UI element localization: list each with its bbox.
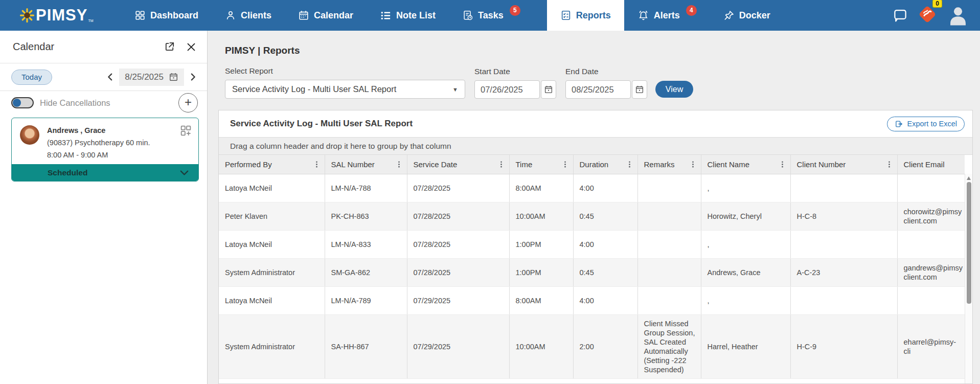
- column-label: Performed By: [225, 160, 272, 169]
- table-row[interactable]: Latoya McNeilLM-N/A-78907/29/20258:00AM4…: [219, 286, 965, 314]
- column-menu-icon[interactable]: [885, 161, 893, 168]
- column-header-remarks[interactable]: Remarks: [637, 155, 701, 174]
- appointment-service: (90837) Psychotherapy 60 min.: [47, 139, 150, 147]
- export-to-excel-button[interactable]: Export to Excel: [887, 117, 965, 131]
- table-row[interactable]: System AdministratorSA-HH-86707/29/20251…: [219, 314, 965, 378]
- cell-sal_number: LM-N/A-789: [325, 286, 407, 314]
- copy-appointment-button[interactable]: [179, 124, 192, 137]
- logo-tm: TM: [88, 19, 93, 22]
- cell-performed_by: System Administrator: [219, 258, 325, 286]
- close-sidebar-button[interactable]: [186, 41, 197, 53]
- nav-reports[interactable]: Reports: [547, 0, 624, 31]
- appointment-status-bar[interactable]: Scheduled: [12, 164, 198, 181]
- group-by-dropzone[interactable]: Drag a column header and drop it here to…: [219, 137, 972, 155]
- sidebar-header: Calendar: [0, 31, 207, 63]
- column-menu-icon[interactable]: [626, 161, 633, 168]
- cell-sal_number: SM-GA-862: [325, 258, 407, 286]
- cell-service_date: 07/28/2025: [407, 174, 509, 202]
- start-date-input[interactable]: [474, 80, 540, 99]
- clients-icon: [225, 10, 236, 21]
- calendar-icon: [298, 10, 309, 21]
- view-button[interactable]: View: [655, 81, 693, 98]
- column-menu-icon[interactable]: [497, 161, 505, 168]
- column-menu-icon[interactable]: [395, 161, 403, 168]
- hide-cancellations-toggle[interactable]: [11, 97, 34, 108]
- column-header-time[interactable]: Time: [509, 155, 573, 174]
- chevron-right-icon: [189, 73, 197, 81]
- open-in-new-window-button[interactable]: [164, 41, 175, 53]
- nav-label: Tasks: [478, 10, 504, 21]
- nav-calendar[interactable]: Calendar: [298, 0, 353, 31]
- column-menu-icon[interactable]: [779, 161, 786, 168]
- notes-button[interactable]: 0: [917, 4, 938, 27]
- table-row[interactable]: Peter KlavenPK-CH-86307/28/202510:00AM0:…: [219, 202, 965, 230]
- column-menu-icon[interactable]: [313, 161, 321, 168]
- cell-duration: 4:00: [573, 230, 637, 258]
- external-link-icon: [164, 41, 175, 53]
- cell-remarks: [637, 258, 701, 286]
- cell-service_date: 07/28/2025: [407, 258, 509, 286]
- nav-label: Clients: [241, 10, 271, 21]
- appointment-card[interactable]: Andrews , Grace (90837) Psychotherapy 60…: [11, 118, 199, 182]
- cell-performed_by: Peter Klaven: [219, 202, 325, 230]
- column-header-client_number[interactable]: Client Number: [790, 155, 897, 174]
- nav-docker[interactable]: Docker: [723, 0, 770, 31]
- cell-client_number: A-C-23: [790, 258, 897, 286]
- nav-tasks[interactable]: Tasks 5: [462, 0, 520, 31]
- cell-client_email: [897, 286, 965, 314]
- start-date-calendar-button[interactable]: [541, 80, 556, 99]
- previous-day-button[interactable]: [103, 73, 117, 81]
- column-header-sal_number[interactable]: SAL Number: [325, 155, 407, 174]
- column-header-service_date[interactable]: Service Date: [407, 155, 509, 174]
- nav-alerts[interactable]: Alerts 4: [637, 0, 697, 31]
- scrollbar-thumb[interactable]: [967, 182, 971, 304]
- cell-duration: 4:00: [573, 286, 637, 314]
- column-label: Client Name: [708, 160, 750, 169]
- column-header-performed_by[interactable]: Performed By: [219, 155, 325, 174]
- user-avatar[interactable]: [946, 4, 970, 27]
- page-title: PIMSY | Reports: [218, 45, 973, 56]
- cell-time: 10:00AM: [509, 202, 573, 230]
- messages-button[interactable]: [892, 8, 908, 23]
- calendar-sidebar: Calendar Today 8/25/2: [0, 31, 208, 384]
- appointment-body: Andrews , Grace (90837) Psychotherapy 60…: [12, 118, 198, 164]
- calendar-small-icon: [635, 85, 644, 94]
- next-day-button[interactable]: [186, 73, 200, 81]
- cell-duration: 2:00: [573, 314, 637, 378]
- nav-clients[interactable]: Clients: [225, 0, 271, 31]
- end-date-input[interactable]: [565, 80, 631, 99]
- cell-service_date: 07/28/2025: [407, 202, 509, 230]
- table-row[interactable]: Latoya McNeilLM-N/A-78807/28/20258:00AM4…: [219, 174, 965, 202]
- nav-dashboard[interactable]: Dashboard: [134, 0, 198, 31]
- nav-label: Note List: [396, 10, 436, 21]
- end-date-group: End Date: [565, 67, 647, 99]
- nav-label: Docker: [739, 10, 770, 21]
- vertical-scrollbar[interactable]: [965, 174, 972, 383]
- calendar-small-icon: [169, 72, 178, 82]
- table-row[interactable]: System AdministratorSM-GA-86207/28/20251…: [219, 258, 965, 286]
- scroll-up-arrow[interactable]: [967, 176, 971, 180]
- end-date-calendar-button[interactable]: [632, 80, 647, 99]
- date-picker[interactable]: 8/25/2025: [119, 69, 184, 86]
- select-report-group: Select Report Service Activity Log - Mul…: [218, 66, 465, 99]
- start-date-label: Start Date: [474, 67, 556, 76]
- drag-hint: Drag a column header and drop it here to…: [230, 142, 451, 151]
- column-header-duration[interactable]: Duration: [573, 155, 637, 174]
- column-header-client_name[interactable]: Client Name: [701, 155, 790, 174]
- today-button[interactable]: Today: [11, 70, 52, 85]
- add-appointment-button[interactable]: +: [178, 93, 198, 112]
- pimsy-logo[interactable]: PIMSY TM: [19, 6, 134, 25]
- date-navigation-row: Today 8/25/2025: [0, 63, 207, 91]
- logo-text: PIMSY: [36, 6, 87, 25]
- cell-client_name: Andrews, Grace: [701, 258, 790, 286]
- column-menu-icon[interactable]: [561, 161, 569, 168]
- column-header-client_email[interactable]: Client Email: [897, 155, 965, 174]
- table-row[interactable]: Latoya McNeilLM-N/A-83307/28/20251:00PM4…: [219, 230, 965, 258]
- nav-label: Dashboard: [150, 10, 198, 21]
- cell-sal_number: SA-HH-867: [325, 314, 407, 378]
- cell-client_number: H-C-8: [790, 202, 897, 230]
- report-select[interactable]: Service Activity Log - Multi User SAL Re…: [225, 80, 465, 99]
- nav-note-list[interactable]: Note List: [380, 0, 436, 31]
- column-menu-icon[interactable]: [689, 161, 697, 168]
- cell-service_date: 07/29/2025: [407, 314, 509, 378]
